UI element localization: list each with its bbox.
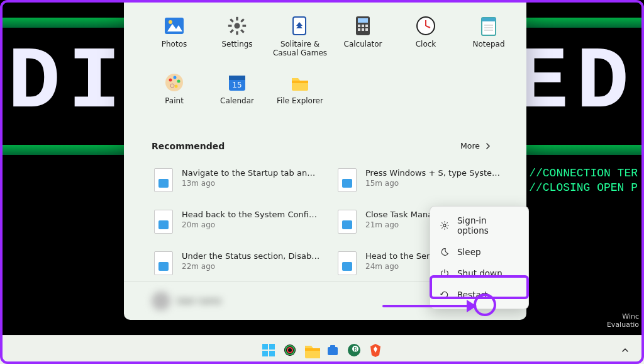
svg-rect-36 [229, 76, 245, 80]
pinned-app-calendar[interactable]: 15Calendar [207, 68, 267, 122]
recommended-title: Close Task Manag [365, 210, 438, 219]
recommended-time: 15m ago [365, 179, 504, 188]
svg-text:15: 15 [232, 81, 242, 89]
calculator-icon [352, 15, 374, 37]
pinned-app-solitaire[interactable]: Solitaire & Casual Games [270, 11, 330, 65]
svg-rect-47 [305, 348, 320, 351]
user-account-button[interactable]: User name [152, 292, 221, 310]
power-menu-label: Sign-in options [457, 215, 519, 236]
pinned-app-settings[interactable]: Settings [207, 11, 267, 65]
document-icon [338, 251, 357, 275]
power-menu-sign-in-options[interactable]: Sign-in options [433, 210, 525, 241]
pinned-app-label: File Explorer [277, 97, 323, 106]
svg-rect-25 [482, 18, 496, 21]
pinned-app-label: Paint [165, 97, 184, 106]
more-label: More [460, 141, 480, 151]
recommended-title: Under the Status section, Disable o… [182, 251, 320, 261]
wallpaper-text-left: DI [8, 33, 128, 133]
calendar-icon: 15 [226, 72, 248, 93]
svg-point-3 [234, 23, 240, 28]
taskbar-start[interactable] [260, 341, 277, 359]
pinned-app-label: Photos [162, 40, 187, 49]
svg-rect-48 [328, 347, 338, 355]
pinned-app-label: Calculator [344, 40, 382, 49]
document-icon [154, 251, 173, 275]
clock-icon [415, 15, 436, 37]
recommended-item[interactable]: Navigate to the Startup tab and cli…13m … [152, 166, 323, 195]
svg-point-30 [169, 79, 172, 82]
recommended-item[interactable]: Head back to the System Configur…20m ago [152, 207, 323, 236]
svg-point-33 [175, 85, 178, 88]
svg-rect-16 [362, 25, 364, 27]
paint-icon [164, 72, 185, 93]
moon-icon [440, 247, 450, 257]
power-menu-sleep[interactable]: Sleep [433, 241, 525, 263]
restart-icon [440, 290, 450, 300]
pinned-app-label: Clock [416, 40, 436, 49]
wallpaper-code-2: //CLOSING OPEN P [529, 181, 638, 194]
document-icon [154, 210, 173, 234]
recommended-item[interactable]: Press Windows + S, type System C…15m ago [335, 166, 506, 195]
pinned-app-calculator[interactable]: Calculator [333, 11, 393, 65]
chevron-right-icon [485, 143, 491, 149]
taskbar-search[interactable] [281, 341, 299, 359]
pinned-app-label: Calendar [220, 97, 254, 106]
power-menu-shut-down[interactable]: Shut down [433, 263, 525, 284]
recommended-title: Head back to the System Configur… [182, 210, 320, 219]
settings-icon [226, 15, 248, 37]
recommended-time: 22m ago [182, 262, 320, 271]
svg-point-34 [170, 84, 174, 88]
power-menu-restart[interactable]: Restart [433, 284, 525, 305]
svg-rect-42 [262, 351, 268, 356]
recommended-time: 21m ago [365, 220, 438, 229]
recommended-title: Press Windows + S, type System C… [365, 168, 504, 178]
wallpaper-text-right: ED [516, 33, 636, 133]
avatar [152, 292, 170, 310]
pinned-app-label: Settings [221, 40, 252, 49]
svg-line-10 [230, 30, 233, 32]
pinned-app-photos[interactable]: Photos [144, 11, 204, 65]
windows-watermark: Winc Evaluatio [607, 312, 639, 329]
svg-rect-40 [262, 344, 268, 350]
power-icon [440, 268, 450, 278]
svg-rect-43 [269, 351, 275, 356]
pinned-app-clock[interactable]: Clock [396, 11, 456, 65]
svg-line-9 [241, 30, 243, 32]
power-menu-label: Sleep [457, 247, 481, 257]
svg-line-8 [230, 19, 233, 21]
svg-point-2 [169, 20, 172, 24]
power-menu: Sign-in optionsSleepShut downRestart [430, 206, 529, 309]
svg-rect-17 [365, 25, 368, 27]
user-name: User name [177, 296, 221, 305]
recommended-time: 20m ago [182, 220, 320, 229]
svg-rect-49 [330, 345, 335, 348]
taskbar-edge[interactable]: B [345, 341, 363, 359]
pinned-app-notepad[interactable]: Notepad [458, 11, 519, 65]
taskbar-tray-chevron[interactable] [618, 343, 633, 358]
taskbar-brave[interactable] [367, 341, 384, 359]
pinned-app-paint[interactable]: Paint [144, 68, 204, 122]
svg-rect-38 [292, 81, 308, 83]
pinned-app-label: Solitaire & Casual Games [272, 40, 328, 58]
document-icon [154, 168, 173, 192]
taskbar-explorer[interactable] [303, 341, 320, 359]
recommended-heading: Recommended [152, 141, 225, 151]
more-button[interactable]: More [453, 137, 499, 154]
solitaire-icon [289, 15, 311, 37]
svg-rect-14 [358, 18, 368, 23]
power-menu-label: Shut down [457, 268, 502, 278]
explorer-icon [289, 72, 311, 93]
svg-point-31 [174, 76, 177, 79]
recommended-item[interactable]: Under the Status section, Disable o…22m … [152, 249, 323, 278]
taskbar-store[interactable] [324, 341, 341, 359]
recommended-title: Navigate to the Startup tab and cli… [182, 168, 320, 178]
svg-text:B: B [353, 347, 357, 353]
pinned-apps-section: PhotosSettingsSolitaire & Casual GamesCa… [124, 0, 526, 122]
svg-rect-19 [362, 28, 364, 31]
svg-rect-0 [165, 18, 184, 34]
svg-rect-41 [269, 344, 275, 350]
svg-point-32 [177, 80, 180, 83]
pinned-app-explorer[interactable]: File Explorer [270, 68, 330, 122]
svg-rect-20 [365, 28, 368, 31]
document-icon [338, 210, 357, 234]
